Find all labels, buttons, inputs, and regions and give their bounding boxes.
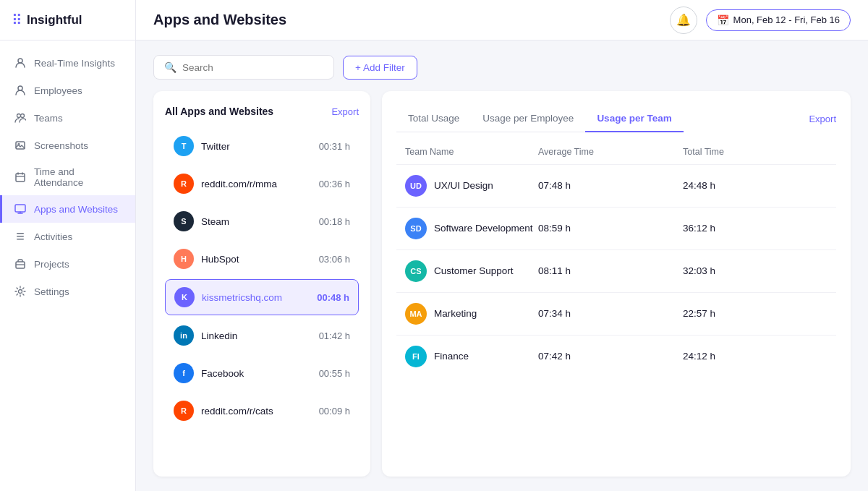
- svg-point-0: [18, 59, 22, 63]
- notifications-button[interactable]: 🔔: [670, 7, 697, 34]
- app-list-item[interactable]: f Facebook 00:55 h: [165, 356, 359, 390]
- app-list-item[interactable]: R reddit.com/r/cats 00:09 h: [165, 393, 359, 428]
- filter-bar: 🔍 + Add Filter: [153, 55, 851, 80]
- col-average-time: Average Time: [538, 147, 683, 157]
- app-time: 01:42 h: [319, 330, 350, 341]
- search-input[interactable]: [182, 62, 323, 73]
- top-bar: Apps and Websites 🔔 📅 Mon, Feb 12 - Fri,…: [136, 0, 868, 40]
- search-box[interactable]: 🔍: [153, 55, 334, 80]
- person-icon: [14, 84, 27, 97]
- sidebar-item-activities[interactable]: Activities: [0, 223, 135, 250]
- app-name: kissmetricshq.com: [202, 292, 310, 303]
- app-list-item[interactable]: H HubSpot 03:06 h: [165, 242, 359, 276]
- team-average-time: 07:34 h: [538, 308, 683, 319]
- sidebar-item-apps-websites[interactable]: Apps and Websites: [0, 195, 135, 223]
- app-list-item[interactable]: in Linkedin 01:42 h: [165, 318, 359, 353]
- tab-usage-per-employee[interactable]: Usage per Employee: [471, 106, 585, 132]
- left-panel: All Apps and Websites Export T Twitter 0…: [153, 91, 370, 477]
- app-icon: K: [174, 287, 195, 307]
- team-total-time: 24:12 h: [683, 351, 827, 362]
- date-range-button[interactable]: 📅 Mon, Feb 12 - Fri, Feb 16: [706, 9, 851, 31]
- app-icon: H: [174, 249, 194, 269]
- team-row[interactable]: FI Finance 07:42 h 24:12 h: [396, 335, 836, 377]
- team-rows: UD UX/UI Design 07:48 h 24:48 h SD Softw…: [396, 164, 836, 377]
- logo-icon: ⠿: [12, 12, 21, 29]
- team-total-time: 24:48 h: [683, 180, 827, 191]
- sidebar-item-projects[interactable]: Projects: [0, 250, 135, 278]
- svg-point-12: [19, 290, 22, 294]
- svg-point-2: [17, 114, 21, 118]
- team-row[interactable]: SD Software Development 08:59 h 36:12 h: [396, 207, 836, 249]
- app-time: 00:55 h: [319, 368, 350, 379]
- team-name-cell: UD UX/UI Design: [405, 175, 538, 197]
- main-area: Apps and Websites 🔔 📅 Mon, Feb 12 - Fri,…: [136, 0, 868, 491]
- app-list-item[interactable]: R reddit.com/r/mma 00:36 h: [165, 166, 359, 201]
- col-total-time: Total Time: [683, 147, 827, 157]
- svg-rect-7: [15, 205, 25, 212]
- sidebar-label-time-attendance: Time and Attendance: [34, 166, 124, 188]
- sidebar-nav: Real-Time Insights Employees Teams Scree…: [0, 40, 135, 491]
- team-avatar: FI: [405, 346, 427, 367]
- team-row[interactable]: CS Customer Support 08:11 h 32:03 h: [396, 249, 836, 292]
- sidebar-label-apps-websites: Apps and Websites: [34, 204, 118, 215]
- team-row[interactable]: MA Marketing 07:34 h 22:57 h: [396, 292, 836, 335]
- app-time: 00:09 h: [319, 406, 350, 417]
- left-panel-export[interactable]: Export: [331, 106, 359, 117]
- sidebar-item-screenshots[interactable]: Screenshots: [0, 132, 135, 159]
- app-name: HubSpot: [201, 254, 312, 265]
- date-range-label: Mon, Feb 12 - Fri, Feb 16: [733, 14, 840, 25]
- svg-rect-8: [17, 233, 24, 234]
- svg-rect-6: [16, 174, 25, 182]
- sidebar-label-real-time: Real-Time Insights: [34, 58, 115, 69]
- app-name: reddit.com/r/mma: [201, 179, 312, 189]
- tab-total-usage[interactable]: Total Usage: [396, 106, 471, 132]
- app-time: 00:18 h: [319, 216, 350, 227]
- page-title: Apps and Websites: [153, 12, 286, 28]
- sidebar-item-teams[interactable]: Teams: [0, 104, 135, 132]
- app-time: 00:48 h: [317, 292, 349, 303]
- sidebar-item-settings[interactable]: Settings: [0, 278, 135, 305]
- sidebar-label-projects: Projects: [34, 259, 69, 270]
- app-list: T Twitter 00:31 h R reddit.com/r/mma 00:…: [165, 129, 359, 428]
- sidebar-label-screenshots: Screenshots: [34, 140, 88, 151]
- briefcase-icon: [14, 257, 27, 270]
- top-bar-actions: 🔔 📅 Mon, Feb 12 - Fri, Feb 16: [670, 7, 851, 34]
- sidebar-item-employees[interactable]: Employees: [0, 77, 135, 104]
- team-total-time: 36:12 h: [683, 223, 827, 234]
- sidebar-label-activities: Activities: [34, 231, 72, 242]
- right-panel-export[interactable]: Export: [809, 114, 836, 124]
- app-time: 00:31 h: [319, 141, 350, 152]
- team-name-cell: FI Finance: [405, 346, 538, 367]
- team-name: Customer Support: [434, 265, 514, 276]
- sidebar-item-time-attendance[interactable]: Time and Attendance: [0, 159, 135, 195]
- sidebar-label-settings: Settings: [34, 286, 69, 297]
- team-average-time: 08:11 h: [538, 265, 683, 276]
- app-list-item[interactable]: S Steam 00:18 h: [165, 204, 359, 239]
- svg-point-1: [18, 86, 22, 90]
- team-total-time: 32:03 h: [683, 265, 827, 276]
- team-name-cell: CS Customer Support: [405, 260, 538, 282]
- app-icon: S: [174, 211, 194, 231]
- team-name: Finance: [434, 351, 469, 362]
- team-avatar: SD: [405, 218, 427, 239]
- logo[interactable]: ⠿ Insightful: [0, 0, 135, 40]
- left-panel-header: All Apps and Websites Export: [165, 106, 359, 117]
- search-icon: 🔍: [164, 61, 176, 73]
- monitor-icon: [14, 202, 27, 215]
- gear-icon: [14, 285, 27, 298]
- calendar-icon: 📅: [717, 14, 729, 26]
- team-average-time: 07:48 h: [538, 180, 683, 191]
- tab-usage-per-team[interactable]: Usage per Team: [585, 106, 683, 132]
- app-icon: in: [174, 325, 194, 346]
- sidebar-item-real-time[interactable]: Real-Time Insights: [0, 49, 135, 77]
- team-row[interactable]: UD UX/UI Design 07:48 h 24:48 h: [396, 164, 836, 207]
- app-time: 03:06 h: [319, 254, 350, 265]
- add-filter-button[interactable]: + Add Filter: [343, 56, 417, 80]
- app-list-item[interactable]: K kissmetricshq.com 00:48 h: [165, 279, 359, 315]
- calendar-icon: [14, 171, 27, 184]
- team-avatar: UD: [405, 175, 427, 197]
- list-icon: [14, 230, 27, 243]
- svg-rect-10: [17, 239, 24, 240]
- app-list-item[interactable]: T Twitter 00:31 h: [165, 129, 359, 163]
- right-panel-header: Total UsageUsage per EmployeeUsage per T…: [396, 106, 836, 144]
